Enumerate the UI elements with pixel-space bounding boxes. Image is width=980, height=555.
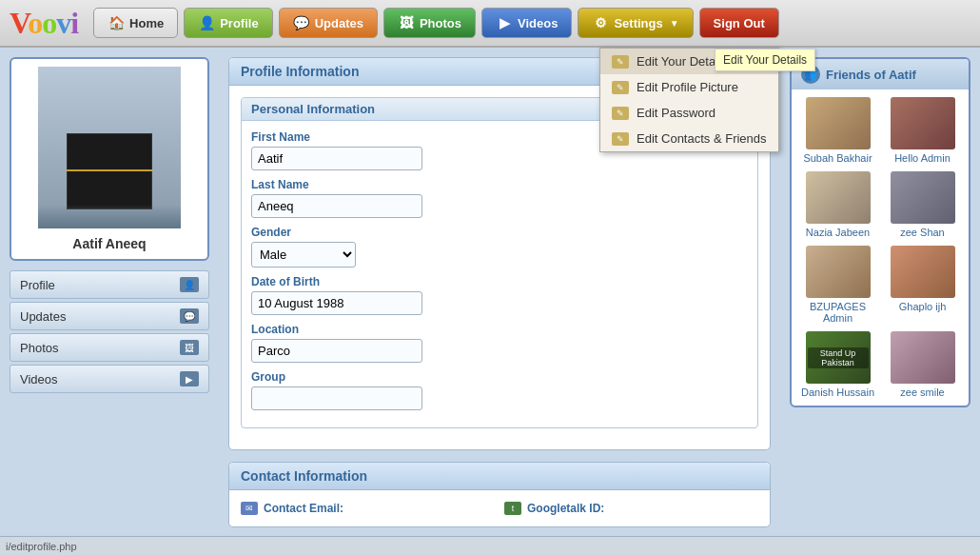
friend-avatar-5 (891, 246, 955, 298)
friends-box: 👥 Friends of Aatif Subah Bakhair Hello A… (790, 57, 970, 407)
left-sidebar: Aatif Aneeq Profile 👤 Updates 💬 Photos 🖼… (0, 48, 219, 555)
edit-contacts-icon: ✎ (612, 132, 629, 146)
settings-button[interactable]: ⚙ Settings ▼ (578, 8, 693, 38)
kaaba-scene (38, 67, 181, 228)
status-bar: i/editprofile.php (0, 536, 980, 555)
edit-password-item[interactable]: ✎ Edit Password (600, 100, 778, 126)
friend-name-0: Subah Bakhair (799, 152, 876, 164)
location-label: Location (251, 323, 748, 336)
dob-label: Date of Birth (251, 275, 748, 288)
sidebar-item-updates[interactable]: Updates 💬 (10, 302, 209, 330)
friends-grid: Subah Bakhair Hello Admin Nazia Jabeen z… (792, 89, 969, 406)
contact-info-body: ✉ Contact Email: t Googletalk ID: (229, 490, 770, 526)
contact-row: ✉ Contact Email: t Googletalk ID: (241, 502, 758, 515)
home-button[interactable]: 🏠 Home (93, 8, 178, 38)
gender-select[interactable]: Male Female (251, 242, 356, 268)
friend-avatar-1 (891, 97, 955, 149)
sidebar-item-profile[interactable]: Profile 👤 (10, 270, 209, 299)
googletalk-icon: t (504, 502, 521, 515)
updates-menu-icon: 💬 (180, 308, 199, 324)
friend-item-7[interactable]: zee smile (884, 331, 961, 398)
friend-avatar-3 (891, 171, 955, 224)
profile-name: Aatif Aneeq (19, 236, 200, 251)
videos-icon: ▶ (496, 14, 513, 31)
right-sidebar: 👥 Friends of Aatif Subah Bakhair Hello A… (780, 48, 980, 555)
friend-name-7: zee smile (884, 387, 961, 398)
friend-item-3[interactable]: zee Shan (884, 171, 961, 238)
updates-icon: 💬 (293, 14, 310, 31)
updates-button[interactable]: 💬 Updates (279, 8, 378, 38)
crowd (38, 205, 181, 228)
sidebar-item-videos[interactable]: Videos ▶ (10, 365, 209, 393)
signout-button[interactable]: Sign Out (699, 8, 779, 38)
last-name-group: Last Name (251, 178, 748, 218)
videos-menu-icon: ▶ (180, 371, 199, 387)
dropdown-arrow-icon: ▼ (670, 18, 679, 29)
profile-card: Aatif Aneeq (10, 57, 209, 261)
photos-button[interactable]: 🖼 Photos (383, 8, 476, 38)
edit-picture-icon: ✎ (612, 81, 629, 94)
profile-photo (38, 67, 181, 228)
group-input[interactable] (251, 387, 422, 410)
edit-details-icon: ✎ (612, 55, 629, 69)
contact-info-section: Contact Information ✉ Contact Email: t G… (228, 462, 771, 527)
friend-item-2[interactable]: Nazia Jabeen (799, 171, 876, 238)
friends-header: 👥 Friends of Aatif (792, 59, 969, 89)
friend-avatar-6: Stand Up Pakistan (806, 331, 871, 384)
friend-name-2: Nazia Jabeen (799, 227, 876, 238)
friend-item-0[interactable]: Subah Bakhair (799, 97, 876, 164)
kaaba-building (67, 133, 152, 209)
googletalk-contact-item: t Googletalk ID: (504, 502, 758, 515)
edit-picture-item[interactable]: ✎ Edit Profile Picture (600, 74, 778, 100)
location-group: Location (251, 323, 748, 363)
gender-group: Gender Male Female (251, 226, 748, 268)
profile-icon: 👤 (198, 14, 215, 31)
friend-avatar-4 (806, 246, 871, 298)
friend-item-1[interactable]: Hello Admin (884, 97, 961, 164)
friend-name-6: Danish Hussain (799, 387, 876, 398)
group-label: Group (251, 370, 748, 384)
friend-name-5: Ghaplo ijh (884, 301, 961, 312)
first-name-input[interactable] (251, 147, 422, 170)
friend-item-4[interactable]: BZUPAGES Admin (799, 246, 876, 324)
friend-name-4: BZUPAGES Admin (799, 301, 876, 324)
friend-item-5[interactable]: Ghaplo ijh (884, 246, 961, 324)
top-nav: Voovi 🏠 Home 👤 Profile 💬 Updates 🖼 Photo… (0, 0, 980, 48)
profile-menu-icon: 👤 (180, 277, 199, 292)
last-name-input[interactable] (251, 194, 422, 218)
friend-avatar-2 (806, 171, 871, 224)
email-contact-item: ✉ Contact Email: (241, 502, 495, 515)
location-input[interactable] (251, 339, 422, 363)
gender-label: Gender (251, 226, 748, 239)
settings-icon: ⚙ (592, 14, 609, 31)
edit-contacts-item[interactable]: ✎ Edit Contacts & Friends (600, 126, 778, 151)
contact-info-header: Contact Information (229, 463, 770, 490)
logo: Voovi (10, 6, 78, 41)
photos-menu-icon: 🖼 (180, 340, 199, 355)
settings-dropdown: ✎ Edit Your Details Edit Your Details ✎ … (599, 48, 779, 152)
friend-name-3: zee Shan (884, 227, 961, 238)
home-icon: 🏠 (108, 14, 125, 31)
profile-nav-button[interactable]: 👤 Profile (184, 8, 272, 38)
sidebar-item-photos[interactable]: Photos 🖼 (10, 333, 209, 362)
dob-group: Date of Birth (251, 275, 748, 315)
edit-details-item[interactable]: ✎ Edit Your Details Edit Your Details (600, 49, 778, 74)
edit-password-icon: ✎ (612, 107, 629, 120)
personal-info-body: First Name Last Name Gender Male Female (242, 121, 757, 427)
sidebar-menu: Profile 👤 Updates 💬 Photos 🖼 Videos ▶ (10, 270, 209, 393)
friend-avatar-0 (806, 97, 871, 149)
photos-icon: 🖼 (398, 14, 415, 31)
friend-item-6[interactable]: Stand Up Pakistan Danish Hussain (799, 331, 876, 398)
group-group: Group (251, 370, 748, 410)
main-layout: Aatif Aneeq Profile 👤 Updates 💬 Photos 🖼… (0, 48, 980, 555)
friend-name-1: Hello Admin (884, 152, 961, 164)
videos-button[interactable]: ▶ Videos (481, 8, 572, 38)
friend-avatar-7 (891, 331, 955, 384)
last-name-label: Last Name (251, 178, 748, 191)
tooltip: Edit Your Details (715, 49, 815, 71)
kaaba-cloth (67, 169, 152, 171)
email-icon: ✉ (241, 502, 258, 515)
dob-input[interactable] (251, 291, 422, 315)
